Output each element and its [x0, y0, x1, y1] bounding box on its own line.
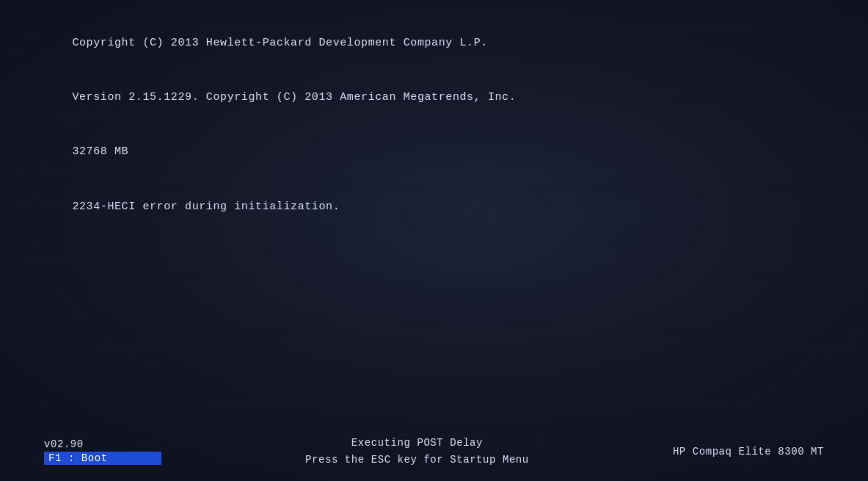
f1-boot-label[interactable]: F1 : Boot	[44, 452, 161, 465]
bottom-bar: v02.90 F1 : Boot Executing POST Delay Pr…	[0, 435, 868, 468]
bios-messages: Copyright (C) 2013 Hewlett-Packard Devel…	[44, 16, 516, 234]
product-name: HP Compaq Elite 8300 MT	[673, 446, 824, 458]
bios-version: v02.90	[44, 438, 161, 450]
memory-line: 32768 MB	[72, 145, 128, 158]
error-line: 2234-HECI error during initialization.	[72, 200, 340, 213]
bios-screen: Copyright (C) 2013 Hewlett-Packard Devel…	[0, 0, 868, 481]
executing-post-text: Executing POST Delay	[351, 437, 483, 449]
post-status: Executing POST Delay Press the ESC key f…	[161, 435, 673, 468]
esc-key-prompt: Press the ESC key for Startup Menu	[305, 454, 529, 466]
bottom-left-section: v02.90 F1 : Boot	[44, 438, 161, 465]
copyright-line1: Copyright (C) 2013 Hewlett-Packard Devel…	[72, 37, 488, 49]
version-line: Version 2.15.1229. Copyright (C) 2013 Am…	[72, 91, 516, 104]
